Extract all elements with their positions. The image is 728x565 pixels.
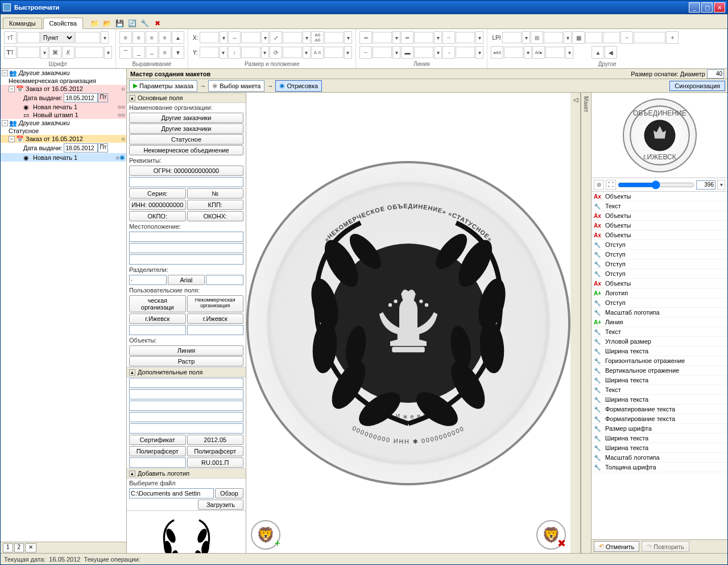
font-val-input[interactable] <box>75 32 100 43</box>
spin-icon[interactable]: ▾ <box>392 46 400 59</box>
extra-input[interactable] <box>129 423 243 434</box>
polig-button[interactable]: Полиграфсерт <box>187 446 244 456</box>
zoom-value-input[interactable] <box>696 180 715 189</box>
raster-button[interactable]: Растр <box>129 356 243 366</box>
uf-input[interactable] <box>129 325 186 335</box>
object-list-item[interactable]: AxОбъекты <box>592 279 727 288</box>
text-scale-icon[interactable]: TT <box>4 46 16 59</box>
browse-button[interactable]: Обзор <box>215 488 243 498</box>
line-gap-icon[interactable]: ╌ <box>359 46 372 59</box>
valign-dist-icon[interactable]: ≡ <box>159 46 171 59</box>
layout-tab-label[interactable]: Макет <box>583 96 589 112</box>
date-input[interactable] <box>64 143 98 152</box>
spin-icon[interactable]: ▾ <box>261 46 269 59</box>
stamp-thumbnail[interactable]: ОБЪЕДИНЕНИЕг.ИЖЕВСК <box>623 98 697 172</box>
valign-top-icon[interactable]: ⎺ <box>119 46 132 59</box>
chevron-down-icon[interactable]: ▾ <box>101 31 109 44</box>
tree-collapse-icon[interactable]: − <box>2 70 8 76</box>
spin-icon[interactable]: ▾ <box>344 46 352 59</box>
tree-item[interactable]: Новая печать 1 <box>33 104 77 110</box>
wizard-step-layout[interactable]: ◉ Выбор макета <box>208 80 264 92</box>
kpp-button[interactable]: КПП: <box>187 200 244 210</box>
radio-icon[interactable]: ○ <box>121 104 125 110</box>
spin-icon[interactable]: ▾ <box>434 46 442 59</box>
le-input[interactable] <box>414 47 433 58</box>
object-list-item[interactable]: AxОбъекты <box>592 211 727 221</box>
object-list-item[interactable]: 🔧Текст <box>592 385 727 395</box>
h-input[interactable] <box>241 47 260 58</box>
spin-icon[interactable]: ▾ <box>475 46 483 59</box>
line-cap-icon[interactable]: ◦ <box>442 46 455 59</box>
seria-button[interactable]: Серия: <box>129 188 186 199</box>
p2-input[interactable] <box>603 32 620 43</box>
wizard-step-render[interactable]: ◉ Отрисовка <box>275 80 322 92</box>
tab-commands[interactable]: Команды <box>3 18 42 28</box>
flip-h-icon[interactable]: ▲ <box>172 31 184 44</box>
object-list-item[interactable]: 🔧Ширина текста <box>592 395 727 405</box>
object-list-item[interactable]: A+Логотип <box>592 288 727 298</box>
scale-icon[interactable]: ⤢ <box>270 31 282 44</box>
sp-input[interactable] <box>324 47 344 58</box>
ab-input[interactable] <box>324 32 344 43</box>
object-list-item[interactable]: 🔧Размер шрифта <box>592 424 727 434</box>
spin-icon[interactable]: ▾ <box>220 46 228 59</box>
fit-screen-icon[interactable]: ⛶ <box>606 180 616 190</box>
cert-date-button[interactable]: 2012.05 <box>187 435 244 445</box>
align-center-icon[interactable]: ≡ <box>133 31 145 44</box>
spin-icon[interactable]: ▾ <box>524 46 532 59</box>
tree-item[interactable]: Новая печать 1 <box>33 154 77 161</box>
ru-input[interactable] <box>129 457 186 468</box>
uf-button[interactable]: Некоммерческая организация <box>187 295 244 312</box>
align-justify-icon[interactable]: ≡ <box>159 31 171 44</box>
tool-icon[interactable]: 🔧 <box>140 18 150 28</box>
tree-item[interactable]: Новый штамп 1 <box>33 112 78 118</box>
spin-icon[interactable]: ▾ <box>564 31 572 44</box>
section-main-fields[interactable]: ▴Основные поля <box>127 93 246 103</box>
city-button[interactable]: г.Ижевск <box>187 314 244 324</box>
inn-button[interactable]: ИНН: 0000000000 <box>129 200 186 210</box>
line-style-icon[interactable]: ═ <box>359 31 372 44</box>
spin-icon[interactable]: ▾ <box>475 31 483 44</box>
tree-label[interactable]: Заказ от 16.05.2012 <box>26 85 83 92</box>
object-list-item[interactable]: 🔧Отступ <box>592 240 727 250</box>
object-list-item[interactable]: 🔧Отступ <box>592 259 727 269</box>
diameter-input[interactable] <box>707 69 724 79</box>
uf-input[interactable] <box>187 325 244 335</box>
abr-input[interactable] <box>545 47 565 58</box>
ab-right-icon[interactable]: Аб▸ <box>532 46 545 59</box>
city-button[interactable]: г.Ижевск <box>129 314 186 324</box>
object-list-item[interactable]: 🔧Отступ <box>592 250 727 259</box>
object-list-item[interactable]: 🔧Текст <box>592 201 727 211</box>
ab-format-icon[interactable]: АбАб <box>311 31 324 44</box>
spin-icon[interactable]: ▾ <box>522 31 530 44</box>
italic-button[interactable]: К <box>62 46 75 59</box>
height-icon[interactable]: ↕ <box>228 46 241 59</box>
lg-input[interactable] <box>373 47 392 58</box>
ab-spacing-icon[interactable]: А б <box>311 46 324 59</box>
maximize-button[interactable]: ▢ <box>701 2 713 13</box>
line-end-icon[interactable]: ▬ <box>401 46 413 59</box>
object-list-item[interactable]: 🔧Ширина текста <box>592 443 727 453</box>
object-list-item[interactable]: 🔧Ширина текста <box>592 376 727 385</box>
object-list-item[interactable]: 🔧Толщина шрифта <box>592 463 727 472</box>
mirror-v-icon[interactable]: ◀ <box>605 46 617 59</box>
spin-icon[interactable]: ▾ <box>220 31 228 44</box>
wizard-step-params[interactable]: ▶ Параметры заказа <box>129 80 197 92</box>
r-input[interactable] <box>283 47 302 58</box>
page-1-button[interactable]: 1 <box>3 543 13 552</box>
font-size-input[interactable] <box>17 32 40 43</box>
object-list-item[interactable]: 🔧Ширина текста <box>592 347 727 356</box>
spin-icon[interactable]: ▾ <box>261 31 269 44</box>
grid-icon[interactable]: ⊞ <box>531 31 543 44</box>
ls-input[interactable] <box>373 32 392 43</box>
g-input[interactable] <box>544 32 563 43</box>
tree-collapse-icon[interactable]: − <box>9 136 15 142</box>
section-add-logo[interactable]: ▴Добавить логотип <box>127 468 246 479</box>
object-list-item[interactable]: 🔧Форматирование текста <box>592 414 727 424</box>
radio-icon[interactable]: ○ <box>115 154 119 161</box>
close-button[interactable]: ✕ <box>714 2 725 13</box>
object-list-item[interactable]: AxОбъекты <box>592 192 727 201</box>
pattern-icon[interactable]: ▦ <box>572 31 585 44</box>
radio-icon[interactable]: ○ <box>121 112 125 118</box>
location-input[interactable] <box>129 232 243 242</box>
